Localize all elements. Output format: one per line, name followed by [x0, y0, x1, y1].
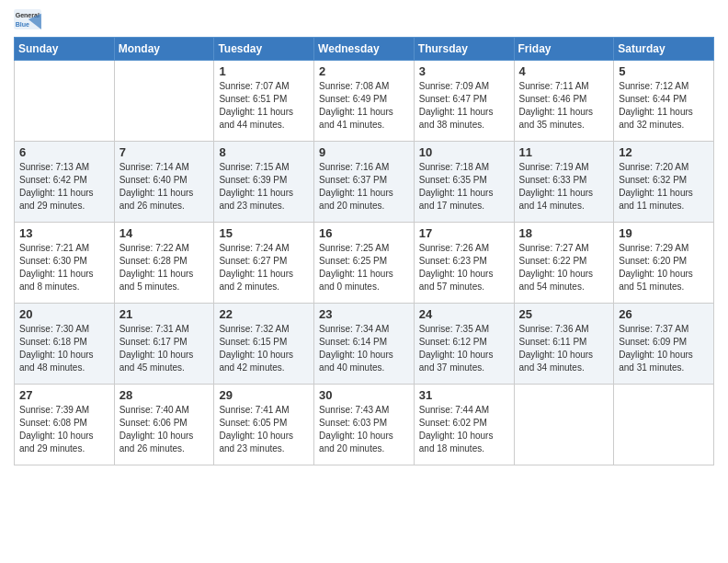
- calendar-cell: [614, 385, 714, 465]
- weekday-header-saturday: Saturday: [614, 38, 714, 61]
- day-info: Sunrise: 7:24 AM Sunset: 6:27 PM Dayligh…: [219, 242, 309, 293]
- day-number: 7: [119, 145, 210, 159]
- calendar-cell: 9Sunrise: 7:16 AM Sunset: 6:37 PM Daylig…: [314, 142, 415, 223]
- day-info: Sunrise: 7:31 AM Sunset: 6:17 PM Dayligh…: [119, 323, 210, 374]
- calendar-cell: 27Sunrise: 7:39 AM Sunset: 6:08 PM Dayli…: [15, 385, 115, 465]
- logo: General Blue: [14, 9, 45, 29]
- calendar-cell: [15, 61, 115, 142]
- day-info: Sunrise: 7:12 AM Sunset: 6:44 PM Dayligh…: [619, 80, 709, 132]
- week-row-3: 13Sunrise: 7:21 AM Sunset: 6:30 PM Dayli…: [15, 223, 714, 304]
- day-info: Sunrise: 7:25 AM Sunset: 6:25 PM Dayligh…: [319, 242, 409, 293]
- day-number: 18: [519, 226, 609, 240]
- calendar-cell: 29Sunrise: 7:41 AM Sunset: 6:05 PM Dayli…: [214, 385, 314, 465]
- day-number: 8: [219, 145, 309, 159]
- page: General Blue SundayMondayTuesdayWednesda…: [0, 0, 728, 479]
- day-number: 13: [19, 226, 109, 240]
- day-number: 14: [119, 226, 210, 240]
- calendar-cell: 12Sunrise: 7:20 AM Sunset: 6:32 PM Dayli…: [614, 142, 714, 223]
- day-number: 3: [419, 64, 509, 78]
- header-area: General Blue: [14, 9, 714, 29]
- day-number: 23: [319, 307, 409, 321]
- calendar-cell: 2Sunrise: 7:08 AM Sunset: 6:49 PM Daylig…: [314, 61, 415, 142]
- day-info: Sunrise: 7:22 AM Sunset: 6:28 PM Dayligh…: [119, 242, 210, 293]
- calendar-cell: [514, 385, 614, 465]
- day-info: Sunrise: 7:43 AM Sunset: 6:03 PM Dayligh…: [319, 404, 409, 455]
- day-number: 10: [419, 145, 509, 159]
- day-info: Sunrise: 7:36 AM Sunset: 6:11 PM Dayligh…: [519, 323, 609, 374]
- calendar-cell: 10Sunrise: 7:18 AM Sunset: 6:35 PM Dayli…: [414, 142, 514, 223]
- day-number: 24: [419, 307, 509, 321]
- calendar-cell: 15Sunrise: 7:24 AM Sunset: 6:27 PM Dayli…: [214, 223, 314, 304]
- day-number: 29: [219, 388, 309, 402]
- weekday-header-monday: Monday: [114, 38, 214, 61]
- svg-text:Blue: Blue: [16, 21, 29, 28]
- calendar-cell: 4Sunrise: 7:11 AM Sunset: 6:46 PM Daylig…: [514, 61, 614, 142]
- day-info: Sunrise: 7:08 AM Sunset: 6:49 PM Dayligh…: [319, 80, 409, 132]
- calendar-cell: 21Sunrise: 7:31 AM Sunset: 6:17 PM Dayli…: [114, 304, 214, 385]
- day-number: 4: [519, 64, 609, 78]
- calendar-cell: 18Sunrise: 7:27 AM Sunset: 6:22 PM Dayli…: [514, 223, 614, 304]
- calendar-cell: 26Sunrise: 7:37 AM Sunset: 6:09 PM Dayli…: [614, 304, 714, 385]
- weekday-header-friday: Friday: [514, 38, 614, 61]
- day-number: 5: [619, 64, 709, 78]
- day-number: 28: [119, 388, 210, 402]
- day-info: Sunrise: 7:19 AM Sunset: 6:33 PM Dayligh…: [519, 161, 609, 213]
- week-row-4: 20Sunrise: 7:30 AM Sunset: 6:18 PM Dayli…: [15, 304, 714, 385]
- day-info: Sunrise: 7:13 AM Sunset: 6:42 PM Dayligh…: [19, 161, 109, 213]
- day-info: Sunrise: 7:35 AM Sunset: 6:12 PM Dayligh…: [419, 323, 509, 374]
- day-info: Sunrise: 7:15 AM Sunset: 6:39 PM Dayligh…: [219, 161, 309, 213]
- day-info: Sunrise: 7:26 AM Sunset: 6:23 PM Dayligh…: [419, 242, 509, 293]
- calendar-cell: 28Sunrise: 7:40 AM Sunset: 6:06 PM Dayli…: [114, 385, 214, 465]
- day-number: 22: [219, 307, 309, 321]
- calendar-cell: 31Sunrise: 7:44 AM Sunset: 6:02 PM Dayli…: [414, 385, 514, 465]
- day-info: Sunrise: 7:44 AM Sunset: 6:02 PM Dayligh…: [419, 404, 509, 455]
- day-info: Sunrise: 7:11 AM Sunset: 6:46 PM Dayligh…: [519, 80, 609, 132]
- day-info: Sunrise: 7:34 AM Sunset: 6:14 PM Dayligh…: [319, 323, 409, 374]
- week-row-2: 6Sunrise: 7:13 AM Sunset: 6:42 PM Daylig…: [15, 142, 714, 223]
- calendar-cell: 6Sunrise: 7:13 AM Sunset: 6:42 PM Daylig…: [15, 142, 115, 223]
- day-info: Sunrise: 7:32 AM Sunset: 6:15 PM Dayligh…: [219, 323, 309, 374]
- day-info: Sunrise: 7:18 AM Sunset: 6:35 PM Dayligh…: [419, 161, 509, 213]
- calendar-cell: 13Sunrise: 7:21 AM Sunset: 6:30 PM Dayli…: [15, 223, 115, 304]
- week-row-1: 1Sunrise: 7:07 AM Sunset: 6:51 PM Daylig…: [15, 61, 714, 142]
- day-number: 30: [319, 388, 409, 402]
- weekday-header-wednesday: Wednesday: [314, 38, 415, 61]
- day-number: 27: [19, 388, 109, 402]
- calendar-cell: 11Sunrise: 7:19 AM Sunset: 6:33 PM Dayli…: [514, 142, 614, 223]
- week-row-5: 27Sunrise: 7:39 AM Sunset: 6:08 PM Dayli…: [15, 385, 714, 465]
- day-number: 31: [419, 388, 509, 402]
- day-info: Sunrise: 7:16 AM Sunset: 6:37 PM Dayligh…: [319, 161, 409, 213]
- calendar-cell: 19Sunrise: 7:29 AM Sunset: 6:20 PM Dayli…: [614, 223, 714, 304]
- day-info: Sunrise: 7:37 AM Sunset: 6:09 PM Dayligh…: [619, 323, 709, 374]
- day-number: 15: [219, 226, 309, 240]
- day-info: Sunrise: 7:29 AM Sunset: 6:20 PM Dayligh…: [619, 242, 709, 293]
- day-info: Sunrise: 7:39 AM Sunset: 6:08 PM Dayligh…: [19, 404, 109, 455]
- day-number: 16: [319, 226, 409, 240]
- calendar-cell: 20Sunrise: 7:30 AM Sunset: 6:18 PM Dayli…: [15, 304, 115, 385]
- logo-icon: General Blue: [14, 9, 41, 29]
- weekday-header-row: SundayMondayTuesdayWednesdayThursdayFrid…: [15, 38, 714, 61]
- calendar-cell: 8Sunrise: 7:15 AM Sunset: 6:39 PM Daylig…: [214, 142, 314, 223]
- day-info: Sunrise: 7:40 AM Sunset: 6:06 PM Dayligh…: [119, 404, 210, 455]
- weekday-header-sunday: Sunday: [15, 38, 115, 61]
- day-number: 9: [319, 145, 409, 159]
- day-number: 11: [519, 145, 609, 159]
- day-info: Sunrise: 7:27 AM Sunset: 6:22 PM Dayligh…: [519, 242, 609, 293]
- calendar-cell: 24Sunrise: 7:35 AM Sunset: 6:12 PM Dayli…: [414, 304, 514, 385]
- calendar-cell: 17Sunrise: 7:26 AM Sunset: 6:23 PM Dayli…: [414, 223, 514, 304]
- calendar-cell: 25Sunrise: 7:36 AM Sunset: 6:11 PM Dayli…: [514, 304, 614, 385]
- day-info: Sunrise: 7:21 AM Sunset: 6:30 PM Dayligh…: [19, 242, 109, 293]
- weekday-header-thursday: Thursday: [414, 38, 514, 61]
- day-info: Sunrise: 7:07 AM Sunset: 6:51 PM Dayligh…: [219, 80, 309, 132]
- day-number: 25: [519, 307, 609, 321]
- day-number: 20: [19, 307, 109, 321]
- day-info: Sunrise: 7:20 AM Sunset: 6:32 PM Dayligh…: [619, 161, 709, 213]
- day-number: 21: [119, 307, 210, 321]
- day-number: 17: [419, 226, 509, 240]
- calendar-cell: 14Sunrise: 7:22 AM Sunset: 6:28 PM Dayli…: [114, 223, 214, 304]
- calendar-cell: 1Sunrise: 7:07 AM Sunset: 6:51 PM Daylig…: [214, 61, 314, 142]
- day-number: 19: [619, 226, 709, 240]
- day-number: 26: [619, 307, 709, 321]
- day-number: 1: [219, 64, 309, 78]
- day-info: Sunrise: 7:14 AM Sunset: 6:40 PM Dayligh…: [119, 161, 210, 213]
